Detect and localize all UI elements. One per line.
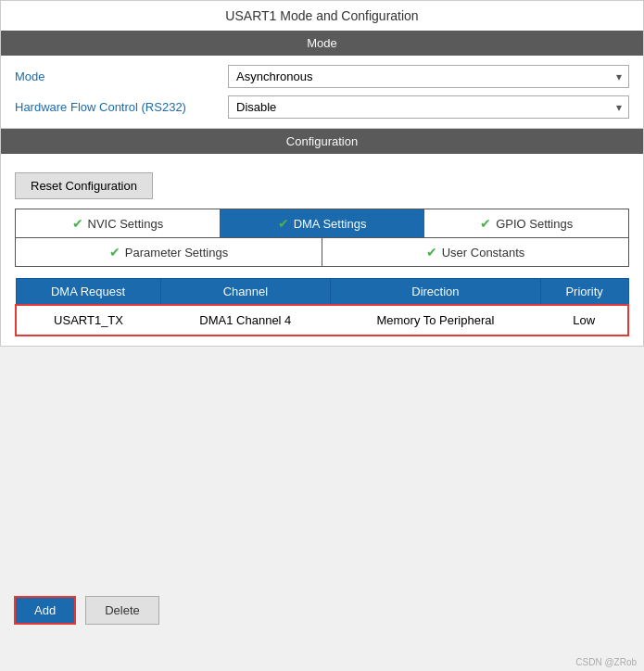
tab-parameter-settings[interactable]: ✔ Parameter Settings [16,238,322,266]
tab-dma-settings[interactable]: ✔ DMA Settings [221,209,425,237]
tabs-row1: ✔ NVIC Settings ✔ DMA Settings ✔ GPIO Se… [15,209,629,238]
hw-flow-row: Hardware Flow Control (RS232) Disable CT… [15,95,629,119]
table-row[interactable]: USART1_TX DMA1 Channel 4 Memory To Perip… [16,305,628,336]
mode-label: Mode [15,70,228,83]
mode-select[interactable]: Asynchronous Synchronous Single Wire (Ha… [228,65,629,88]
watermark: CSDN @ZRob [575,657,637,667]
param-check-icon: ✔ [109,245,120,260]
hw-flow-label: Hardware Flow Control (RS232) [15,100,228,114]
col-dma-request: DMA Request [16,279,160,306]
hw-flow-select-wrapper: Disable CTS Only RTS Only CTS/RTS ▾ [228,95,629,119]
config-section-header: Configuration [1,129,643,154]
tab-user-constants[interactable]: ✔ User Constants [322,238,628,266]
main-container: USART1 Mode and Configuration Mode Mode … [0,0,644,347]
gpio-check-icon: ✔ [480,216,491,231]
action-buttons: Add Delete [14,587,159,634]
tab-nvic-label: NVIC Settings [88,217,164,231]
tabs-row2: ✔ Parameter Settings ✔ User Constants [15,238,629,267]
page-title: USART1 Mode and Configuration [1,1,643,31]
tab-param-label: Parameter Settings [125,246,228,260]
user-check-icon: ✔ [426,245,437,260]
tab-gpio-settings[interactable]: ✔ GPIO Settings [424,209,628,237]
mode-section-header: Mode [1,31,643,56]
delete-button[interactable]: Delete [85,596,159,625]
dma-check-icon: ✔ [278,216,289,231]
mode-select-wrapper: Asynchronous Synchronous Single Wire (Ha… [228,65,629,88]
tab-nvic-settings[interactable]: ✔ NVIC Settings [16,209,221,237]
cell-direction: Memory To Peripheral [331,305,541,336]
dma-table-header-row: DMA Request Channel Direction Priority [16,279,628,306]
tab-user-label: User Constants [442,246,525,260]
nvic-check-icon: ✔ [72,216,83,231]
hw-flow-select[interactable]: Disable CTS Only RTS Only CTS/RTS [228,95,629,119]
mode-row: Mode Asynchronous Synchronous Single Wir… [15,65,629,88]
cell-dma-request: USART1_TX [16,305,160,336]
cell-priority: Low [540,305,628,336]
reset-config-button[interactable]: Reset Configuration [15,172,153,199]
col-priority: Priority [540,279,628,306]
cell-channel: DMA1 Channel 4 [160,305,331,336]
mode-section: Mode Asynchronous Synchronous Single Wir… [1,56,643,129]
add-button[interactable]: Add [14,596,76,625]
config-section: Reset Configuration ✔ NVIC Settings ✔ DM… [1,154,643,346]
col-channel: Channel [160,279,331,306]
col-direction: Direction [331,279,541,306]
tab-dma-label: DMA Settings [294,217,367,231]
tab-gpio-label: GPIO Settings [496,217,573,231]
dma-table: DMA Request Channel Direction Priority U… [15,278,629,336]
